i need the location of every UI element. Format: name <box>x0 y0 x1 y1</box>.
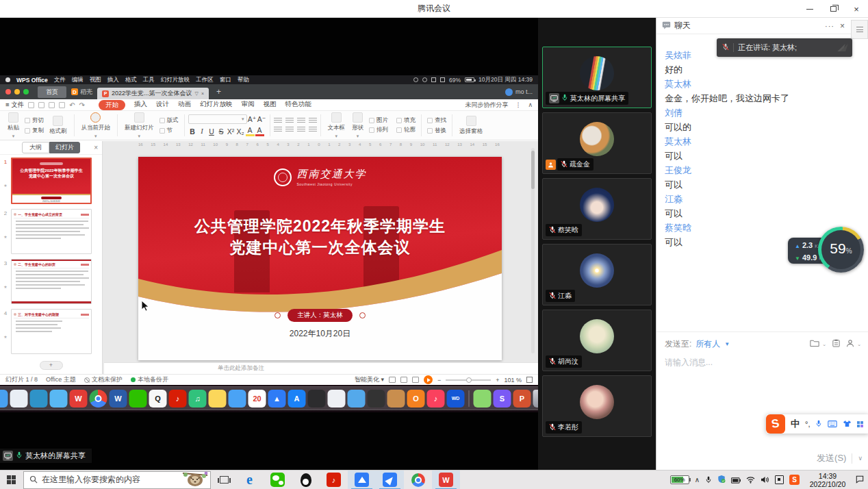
zoom-in-icon[interactable]: + <box>496 377 499 384</box>
wps-home-tab[interactable]: 首页 <box>38 86 66 98</box>
ribbon-replace-button[interactable]: 替换 <box>425 127 448 135</box>
chat-more-icon[interactable]: ··· <box>825 22 834 30</box>
participant-tile[interactable]: 江淼 <box>542 244 652 305</box>
chevron-down-icon[interactable]: ⌄ <box>822 342 826 347</box>
wps-tab-开始[interactable]: 开始 <box>99 100 125 110</box>
italic-button[interactable]: I <box>198 127 207 135</box>
chevron-down-icon[interactable]: ▼ <box>724 341 730 347</box>
wps-docer-tab[interactable]: D稻壳 <box>71 88 92 97</box>
open-icon[interactable] <box>28 102 34 108</box>
dock-wd-icon[interactable]: WD <box>447 390 465 408</box>
taskbar-clock[interactable]: 14:39 2022/10/20 <box>805 472 850 488</box>
message-sender[interactable]: 王俊龙 <box>665 163 860 177</box>
dock-notes-icon[interactable] <box>209 390 227 408</box>
dock-finder-icon[interactable] <box>0 390 8 408</box>
underline-button[interactable]: U <box>207 127 216 136</box>
align-icon[interactable] <box>285 127 294 133</box>
mac-menu-item[interactable]: 文件 <box>54 76 66 84</box>
voice-input-icon[interactable] <box>815 418 822 430</box>
dock-photos-icon[interactable] <box>229 390 246 408</box>
wps-tab-视图[interactable]: 视图 <box>263 100 276 110</box>
chat-message-list[interactable]: 吴炫菲好的莫太林金金，你开始吧，我这边网卡了刘倩可以的莫太林可以王俊龙可以江淼可… <box>656 45 868 252</box>
ime-toolbar[interactable]: S 中 °, <box>766 414 868 434</box>
message-input[interactable]: 请输入消息... <box>656 350 868 375</box>
menubar-status-icon[interactable] <box>440 77 445 82</box>
ribbon-cut-button[interactable]: 剪切 <box>23 116 46 125</box>
dock-calendar-icon[interactable]: 20 <box>248 390 266 408</box>
taskbar-edge-icon[interactable]: e <box>235 471 264 489</box>
taskbar-netease-music-icon[interactable]: ♪ <box>320 471 348 489</box>
ribbon-play-button[interactable]: 从当前开始▾ <box>78 112 114 139</box>
wps-document-tab[interactable]: P 2022学生党...第一次全体会议 ▽ × <box>97 88 209 99</box>
zoom-out-icon[interactable]: − <box>437 377 441 384</box>
taskbar-wps-icon[interactable]: W <box>432 471 460 489</box>
dock-books-icon[interactable] <box>387 390 405 408</box>
taskbar-chrome-icon[interactable] <box>404 471 432 489</box>
panel-close-icon[interactable]: × <box>94 144 98 151</box>
wps-tab-动画[interactable]: 动画 <box>178 100 191 110</box>
mac-close-light[interactable] <box>5 89 11 95</box>
menubar-status-icon[interactable] <box>431 77 436 82</box>
dock-word-icon[interactable]: W <box>110 390 127 408</box>
taskbar-kite-app-icon[interactable] <box>376 471 404 489</box>
slide-thumbnail[interactable]: 三、对学生党建中心的期望 <box>11 309 92 354</box>
more-icon[interactable]: ⋮ <box>515 101 521 108</box>
message-sender[interactable]: 莫太林 <box>665 77 860 91</box>
mac-menu-item[interactable]: 工作区 <box>196 76 214 84</box>
mac-minimize-light[interactable] <box>14 89 20 95</box>
wps-account[interactable]: mo t... <box>505 88 533 96</box>
mac-menu-item[interactable]: 插入 <box>107 76 119 84</box>
dock-calculator-icon[interactable] <box>368 390 385 408</box>
menubar-status-icon[interactable] <box>422 77 427 82</box>
collapse-ribbon-icon[interactable]: ∧ <box>528 101 533 108</box>
dock-dark-app-icon[interactable] <box>308 390 326 408</box>
ime-mode-toggle[interactable]: 中 <box>791 418 800 430</box>
dock-mountain-app-icon[interactable]: ▲ <box>268 390 286 408</box>
dock-wps-red-icon[interactable]: W <box>70 390 88 408</box>
ribbon-fill-button[interactable]: 填充 <box>394 116 418 125</box>
align-icon[interactable] <box>297 127 305 133</box>
ribbon-new_slide-button[interactable]: 新建幻灯片▾ <box>121 112 157 139</box>
font-bigger-button[interactable]: A⁺ <box>248 115 257 123</box>
dock-telegram-icon[interactable] <box>348 390 366 408</box>
message-sender[interactable]: 莫太林 <box>665 134 860 149</box>
dock-orange-app-icon[interactable]: O <box>407 390 425 408</box>
send-file-icon[interactable] <box>810 339 819 349</box>
normal-view-icon[interactable] <box>389 377 396 383</box>
system-usage-widget[interactable]: 59% <box>818 227 864 273</box>
mac-menu-item[interactable]: 格式 <box>125 76 137 84</box>
ribbon-paste-button[interactable]: 粘贴▾ <box>4 112 23 139</box>
dock-qq-music-icon[interactable]: ♫ <box>189 390 207 408</box>
battery-saver-indicator[interactable]: 60% <box>670 475 689 484</box>
wps-action-协作[interactable]: 协作 <box>483 101 496 108</box>
participant-tile[interactable]: 疏金金 <box>542 112 652 174</box>
wps-action-分享[interactable]: 分享 <box>496 101 508 108</box>
message-sender[interactable]: 江淼 <box>665 192 860 206</box>
dock-s-app-icon[interactable]: S <box>494 390 511 408</box>
undo-icon[interactable]: ↶ <box>69 101 75 109</box>
task-view-button[interactable] <box>212 471 235 489</box>
taskbar-search[interactable]: 在这里输入你要搜索的内容 <box>23 471 211 489</box>
save-icon[interactable] <box>38 102 44 108</box>
mac-menu-item[interactable]: 工具 <box>143 76 155 84</box>
send-options-icon[interactable]: ∨ <box>858 455 863 462</box>
restore-button[interactable] <box>821 0 845 18</box>
mac-menu-item[interactable]: 编辑 <box>72 76 84 84</box>
mac-zoom-light[interactable] <box>23 89 29 95</box>
protect-status[interactable]: 文档未保护 <box>92 375 123 384</box>
tab-outline[interactable]: 大纲 <box>22 142 49 153</box>
dock-chrome-icon[interactable] <box>90 390 107 408</box>
dock-maps-icon[interactable] <box>474 390 492 408</box>
dock-edge-icon[interactable] <box>30 390 48 408</box>
superscript-button[interactable]: X² <box>227 127 235 136</box>
font-select[interactable]: ▾ <box>188 114 247 124</box>
close-button[interactable]: × <box>845 0 868 18</box>
chevron-down-icon[interactable]: ⌄ <box>857 342 861 347</box>
ribbon-painter-button[interactable]: 格式刷 <box>46 116 71 136</box>
skin-icon[interactable] <box>843 418 852 430</box>
wps-tab-特色功能[interactable]: 特色功能 <box>285 100 311 110</box>
dock-app-store-icon[interactable]: A <box>288 390 306 408</box>
backup-status[interactable]: 本地备份开 <box>138 375 168 384</box>
ribbon-arrange-button[interactable]: 排列 <box>367 126 390 134</box>
action-center-icon[interactable] <box>856 474 864 486</box>
